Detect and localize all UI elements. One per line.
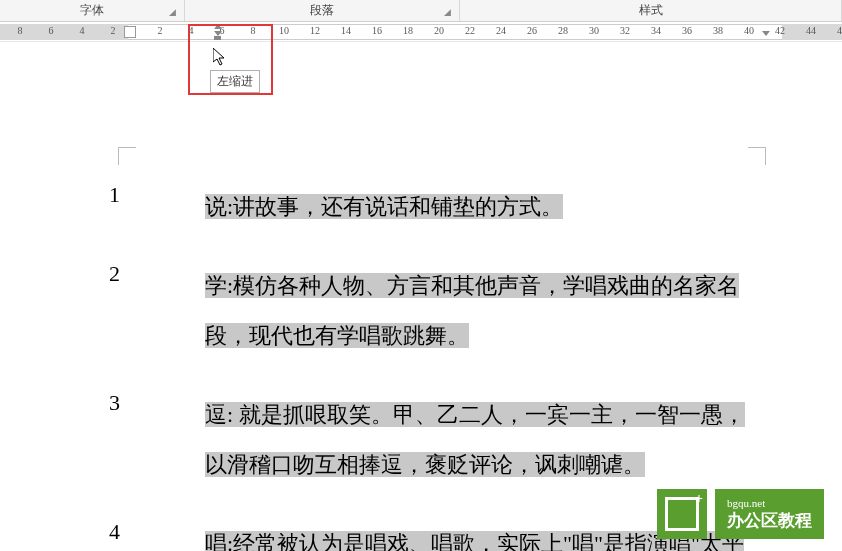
logo-text-block: bgqu.net 办公区教程 bbox=[715, 489, 824, 539]
paragraph-text[interactable]: 逗: 就是抓哏取笑。甲、乙二人，一宾一主，一智一愚，以滑稽口吻互相捧逗，褒贬评论… bbox=[205, 390, 760, 491]
indent-tooltip: 左缩进 bbox=[210, 70, 260, 93]
paragraph-row: 1说:讲故事，还有说话和铺垫的方式。 bbox=[0, 182, 842, 233]
ruler-tick: 16 bbox=[372, 25, 382, 36]
font-group-label: 字体 bbox=[80, 2, 104, 19]
ruler-tick: 30 bbox=[589, 25, 599, 36]
logo-url: bgqu.net bbox=[727, 497, 812, 509]
paragraph-text[interactable]: 说:讲故事，还有说话和铺垫的方式。 bbox=[205, 182, 563, 233]
line-number: 3 bbox=[0, 390, 205, 416]
ruler-tick: 40 bbox=[744, 25, 754, 36]
watermark-logo: + bgqu.net 办公区教程 bbox=[657, 489, 824, 539]
cursor-arrow-icon bbox=[213, 48, 229, 70]
ruler-tick: 24 bbox=[496, 25, 506, 36]
paragraph-row: 2学:模仿各种人物、方言和其他声音，学唱戏曲的名家名段，现代也有学唱歌跳舞。 bbox=[0, 261, 842, 362]
paragraph-row: 3逗: 就是抓哏取笑。甲、乙二人，一宾一主，一智一愚，以滑稽口吻互相捧逗，褒贬评… bbox=[0, 390, 842, 491]
horizontal-ruler[interactable]: 8642246810121416182022242628303234363840… bbox=[0, 22, 842, 42]
ruler-tick: 38 bbox=[713, 25, 723, 36]
ruler-tick: 10 bbox=[279, 25, 289, 36]
tooltip-text: 左缩进 bbox=[217, 74, 253, 88]
font-dialog-launcher[interactable]: ◢ bbox=[169, 7, 181, 19]
logo-square-icon: + bbox=[657, 489, 707, 539]
ruler-tick: 36 bbox=[682, 25, 692, 36]
ruler-tick: 2 bbox=[158, 25, 163, 36]
line-number: 1 bbox=[0, 182, 205, 208]
selected-text[interactable]: 学:模仿各种人物、方言和其他声音，学唱戏曲的名家名段，现代也有学唱歌跳舞。 bbox=[205, 273, 739, 349]
page-margin-corner-right bbox=[748, 147, 766, 165]
ribbon-section-labels: 字体 ◢ 段落 ◢ 样式 bbox=[0, 0, 842, 22]
ruler-tick: 42 bbox=[775, 25, 785, 36]
ruler-tick: 14 bbox=[341, 25, 351, 36]
paragraph-group-label: 段落 bbox=[310, 2, 334, 19]
ribbon-group-style: 样式 bbox=[460, 0, 842, 21]
ruler-tick: 46 bbox=[837, 25, 842, 36]
ruler-tick: 22 bbox=[465, 25, 475, 36]
right-indent-marker[interactable] bbox=[762, 31, 770, 36]
paragraph-text[interactable]: 学:模仿各种人物、方言和其他声音，学唱戏曲的名家名段，现代也有学唱歌跳舞。 bbox=[205, 261, 760, 362]
ruler-tick: 18 bbox=[403, 25, 413, 36]
ruler-tick: 2 bbox=[111, 25, 116, 36]
ruler-tick: 26 bbox=[527, 25, 537, 36]
ribbon-group-font: 字体 ◢ bbox=[0, 0, 185, 21]
style-group-label: 样式 bbox=[639, 2, 663, 19]
ruler-tick: 4 bbox=[80, 25, 85, 36]
ruler-tick: 12 bbox=[310, 25, 320, 36]
ruler-tick: 8 bbox=[18, 25, 23, 36]
selected-text[interactable]: 说:讲故事，还有说话和铺垫的方式。 bbox=[205, 194, 563, 219]
ruler-tick: 20 bbox=[434, 25, 444, 36]
tab-selector[interactable] bbox=[124, 26, 136, 38]
ruler-tick: 34 bbox=[651, 25, 661, 36]
paragraph-dialog-launcher[interactable]: ◢ bbox=[444, 7, 456, 19]
line-number: 4 bbox=[0, 519, 205, 545]
ruler-tick: 6 bbox=[49, 25, 54, 36]
selected-text[interactable]: 逗: 就是抓哏取笑。甲、乙二人，一宾一主，一智一愚，以滑稽口吻互相捧逗，褒贬评论… bbox=[205, 402, 745, 478]
ruler-tick: 44 bbox=[806, 25, 816, 36]
ribbon-group-paragraph: 段落 ◢ bbox=[185, 0, 460, 21]
ruler-tick: 28 bbox=[558, 25, 568, 36]
page-margin-corner-left bbox=[118, 147, 136, 165]
logo-name: 办公区教程 bbox=[727, 509, 812, 532]
line-number: 2 bbox=[0, 261, 205, 287]
ruler-tick: 32 bbox=[620, 25, 630, 36]
